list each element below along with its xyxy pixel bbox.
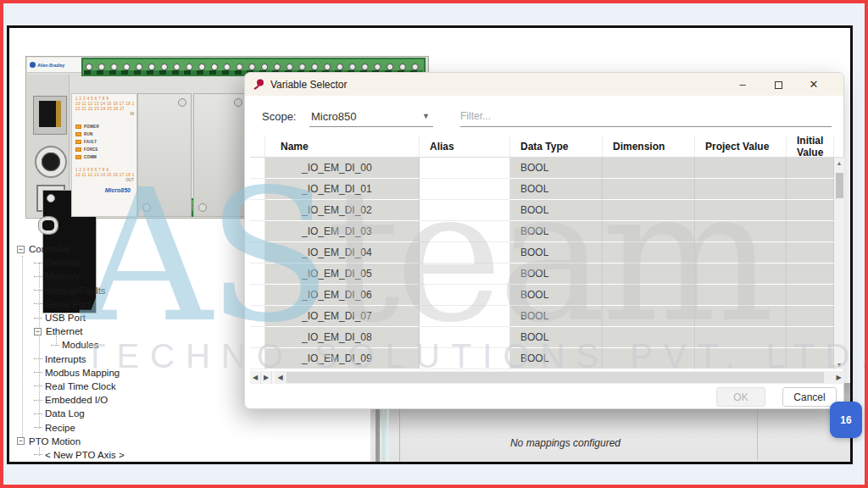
- minimize-button[interactable]: –: [725, 73, 760, 96]
- column-header-initial_value[interactable]: Initial Value: [787, 136, 834, 157]
- row-selector-cell[interactable]: [250, 348, 265, 369]
- tree-item-interrupts[interactable]: Interrupts: [17, 352, 229, 366]
- table-row[interactable]: _IO_EM_DI_02BOOL: [250, 200, 844, 221]
- tree-item-recipe[interactable]: Recipe: [17, 420, 229, 434]
- cell-alias: [420, 285, 510, 306]
- vertical-scrollbar[interactable]: ▲ ▼: [834, 158, 844, 369]
- plc-ports-column: [27, 75, 70, 217]
- cell-project_value: [695, 327, 787, 348]
- tree-item-new-pto-axis[interactable]: < New PTO Axis >: [17, 448, 229, 462]
- tree-connector: [34, 290, 42, 291]
- tree-item-pto-motion[interactable]: −PTO Motion: [17, 435, 229, 448]
- ok-button[interactable]: OK: [716, 387, 765, 407]
- dialog-title: Variable Selector: [270, 79, 348, 91]
- table-row[interactable]: _IO_EM_DI_03BOOL: [250, 221, 844, 242]
- scroll-left-icon[interactable]: ◀: [275, 371, 286, 384]
- cell-name: _IO_EM_DI_02: [265, 200, 420, 221]
- cell-project_value: [695, 200, 787, 221]
- scope-value: Micro850: [311, 110, 356, 123]
- page-left-icon[interactable]: ◀: [250, 371, 261, 384]
- allen-bradley-logo-icon: [30, 62, 36, 68]
- tree-item-ethernet[interactable]: −Ethernet: [17, 324, 229, 338]
- tree-item-label: Controller: [29, 244, 71, 254]
- cell-name: _IO_EM_DI_03: [265, 221, 420, 242]
- no-mappings-status: No mappings configured: [502, 437, 629, 449]
- row-selector-cell[interactable]: [250, 158, 265, 179]
- variable-selector-dialog: Variable Selector – ✕ Scope: Micro850 ▼ …: [244, 72, 844, 409]
- tree-connector: [34, 276, 42, 277]
- tree-connector: [51, 345, 59, 346]
- table-row[interactable]: _IO_EM_DI_01BOOL: [250, 179, 844, 200]
- cell-name: _IO_EM_DI_04: [265, 242, 420, 263]
- scope-dropdown[interactable]: Micro850 ▼: [309, 105, 433, 127]
- cell-name: _IO_EM_DI_07: [265, 306, 420, 327]
- cell-project_value: [695, 242, 787, 263]
- row-selector-cell[interactable]: [250, 327, 265, 348]
- allen-bradley-logo: Allen-Bradley: [27, 58, 81, 73]
- tree-expander-icon[interactable]: −: [17, 437, 25, 445]
- variable-selector-icon: [253, 79, 264, 90]
- out-marker: OUT: [75, 178, 134, 182]
- scroll-up-icon[interactable]: ▲: [834, 158, 844, 168]
- scroll-right-icon[interactable]: ▶: [833, 371, 844, 384]
- table-row[interactable]: _IO_EM_DI_09BOOL: [250, 348, 844, 369]
- row-selector-cell[interactable]: [250, 179, 265, 200]
- cell-dimension: [603, 348, 695, 369]
- cell-data_type: BOOL: [510, 348, 603, 369]
- dialog-titlebar[interactable]: Variable Selector – ✕: [245, 73, 843, 96]
- table-row[interactable]: _IO_EM_DI_07BOOL: [250, 306, 844, 327]
- select-all-header[interactable]: [250, 136, 265, 157]
- tree-connector: [34, 400, 42, 401]
- row-selector-cell[interactable]: [250, 263, 265, 285]
- row-selector-cell[interactable]: [250, 242, 265, 263]
- tree-item-general[interactable]: General: [17, 256, 229, 269]
- tree-item-controller[interactable]: −Controller: [17, 242, 229, 256]
- led-label: FAULT: [84, 140, 97, 144]
- power-connector-icon: [39, 217, 58, 234]
- tree-item-serial-port[interactable]: Serial Port: [17, 297, 229, 311]
- column-header-data_type[interactable]: Data Type: [510, 136, 603, 157]
- tree-item-embedded-i-o[interactable]: Embedded I/O: [17, 393, 229, 407]
- status-led-list: POWERRUNFAULTFORCECOMM: [75, 123, 134, 161]
- tree-connector: [34, 318, 42, 319]
- table-row[interactable]: _IO_EM_DI_06BOOL: [250, 285, 844, 306]
- led-row: RUN: [75, 130, 134, 138]
- column-header-dimension[interactable]: Dimension: [603, 136, 695, 157]
- table-row[interactable]: _IO_EM_DI_00BOOL: [250, 158, 844, 179]
- tree-item-memory[interactable]: Memory: [17, 269, 229, 283]
- table-row[interactable]: _IO_EM_DI_04BOOL: [250, 242, 844, 263]
- row-selector-cell[interactable]: [250, 285, 265, 306]
- page-right-icon[interactable]: ▶: [261, 371, 272, 384]
- cell-alias: [420, 327, 510, 348]
- tree-item-usb-port[interactable]: USB Port: [17, 311, 229, 324]
- cancel-button[interactable]: Cancel: [782, 387, 837, 407]
- maximize-button[interactable]: [760, 73, 796, 96]
- led-row: POWER: [75, 123, 134, 130]
- tree-item-modules[interactable]: Modules: [17, 338, 229, 352]
- input-indicator-numbers: 1 2 3 4 5 6 7 8 910 11 12 13 14 15 16 17…: [75, 97, 134, 112]
- scroll-down-icon[interactable]: ▼: [834, 359, 844, 369]
- tree-item-data-log[interactable]: Data Log: [17, 407, 229, 420]
- vertical-scrollbar-thumb[interactable]: [836, 173, 843, 198]
- horizontal-scrollbar[interactable]: ◀ ▶: [275, 371, 844, 384]
- row-selector-cell[interactable]: [250, 221, 265, 242]
- cell-initial_value: [787, 348, 834, 369]
- cell-project_value: [695, 221, 787, 242]
- tree-expander-icon[interactable]: −: [34, 328, 42, 336]
- column-header-alias[interactable]: Alias: [420, 136, 510, 157]
- row-selector-cell[interactable]: [250, 306, 265, 327]
- tree-connector: [34, 263, 42, 263]
- column-header-project_value[interactable]: Project Value: [695, 136, 787, 157]
- tree-item-startup-faults[interactable]: Startup/Faults: [17, 284, 229, 297]
- tree-item-real-time-clock[interactable]: Real Time Clock: [17, 380, 229, 393]
- cell-alias: [420, 348, 510, 369]
- column-header-name[interactable]: Name: [265, 136, 420, 157]
- close-button[interactable]: ✕: [796, 73, 832, 96]
- tree-item-modbus-mapping[interactable]: Modbus Mapping: [17, 366, 229, 380]
- table-row[interactable]: _IO_EM_DI_08BOOL: [250, 327, 844, 348]
- horizontal-scrollbar-thumb[interactable]: [287, 372, 824, 383]
- filter-input[interactable]: [460, 105, 832, 127]
- row-selector-cell[interactable]: [250, 200, 265, 221]
- table-row[interactable]: _IO_EM_DI_05BOOL: [250, 263, 844, 285]
- tree-expander-icon[interactable]: −: [17, 246, 25, 253]
